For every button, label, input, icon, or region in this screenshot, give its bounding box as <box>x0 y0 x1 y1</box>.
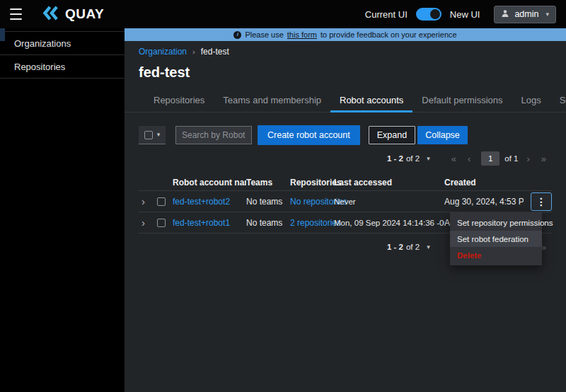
robot-accounts-table: Robot account name Teams Repositories La… <box>139 174 552 234</box>
column-header-last-accessed: Last accessed <box>334 178 444 188</box>
alert-text-suffix: to provide feedback on your experience <box>320 30 457 39</box>
alert-feedback-link[interactable]: this form <box>287 30 317 39</box>
robot-name-link[interactable]: fed-test+robot1 <box>173 218 230 228</box>
column-header-repositories: Repositories <box>290 178 334 188</box>
main-content: i Please use this form to provide feedba… <box>125 28 566 392</box>
feedback-alert: i Please use this form to provide feedba… <box>125 28 566 41</box>
caret-down-icon: ▾ <box>545 11 549 18</box>
current-ui-label: Current UI <box>365 9 408 20</box>
ui-version-toggle[interactable] <box>416 8 441 21</box>
user-name: admin <box>514 9 538 19</box>
masthead: QUAY Current UI New UI admin ▾ <box>0 0 566 28</box>
create-robot-account-button[interactable]: Create robot account <box>258 125 360 145</box>
row-expand-toggle[interactable]: › <box>139 217 148 228</box>
toggle-knob <box>430 9 440 19</box>
page-count-label: of 1 <box>504 154 518 163</box>
row-checkbox[interactable] <box>157 219 166 227</box>
toolbar: ▾ Create robot account Expand Collapse <box>139 125 552 145</box>
tab-robot-accounts[interactable]: Robot accounts <box>330 91 412 112</box>
tabs: Repositories Teams and membership Robot … <box>125 91 566 113</box>
tab-teams-and-membership[interactable]: Teams and membership <box>214 91 330 112</box>
row-checkbox[interactable] <box>157 197 166 206</box>
pagination-range-of: of 2 <box>406 154 420 163</box>
last-accessed-cell: Never <box>334 197 444 206</box>
tab-settings[interactable]: Settings <box>550 91 566 112</box>
sidebar-item-repositories[interactable]: Repositories <box>0 55 125 79</box>
first-page-button[interactable]: « <box>446 154 462 164</box>
breadcrumb: Organization › fed-test <box>139 47 552 57</box>
row-expand-toggle[interactable]: › <box>139 196 148 207</box>
tab-logs[interactable]: Logs <box>512 91 550 112</box>
teams-cell: No teams <box>246 218 290 228</box>
nav-list: Organizations Repositories <box>0 31 125 79</box>
collapse-button[interactable]: Collapse <box>417 126 468 144</box>
breadcrumb-separator-icon: › <box>192 47 195 56</box>
pagination-range: 1 - 2 <box>387 243 403 251</box>
brand-text: QUAY <box>65 6 104 22</box>
last-accessed-cell: Mon, 09 Sep 2024 14:14:36 -0000 <box>334 219 444 227</box>
tab-repositories[interactable]: Repositories <box>144 91 214 112</box>
sidebar-item-label: Repositories <box>14 62 65 72</box>
column-header-teams: Teams <box>246 178 290 188</box>
column-header-robot-account-name: Robot account name <box>173 178 246 188</box>
tab-default-permissions[interactable]: Default permissions <box>412 91 512 112</box>
column-header-created: Created <box>444 178 524 188</box>
quay-app: QUAY Current UI New UI admin ▾ Organizat… <box>0 0 566 392</box>
pagination-range-of: of 2 <box>406 243 420 251</box>
expand-button[interactable]: Expand <box>369 126 415 144</box>
created-cell: Aug 30, 2024, 4:53 PM <box>444 197 524 207</box>
sidebar-item-label: Organizations <box>14 38 71 49</box>
pagination-top: 1 - 2 of 2 ▾ « ‹ of 1 › » <box>139 151 552 166</box>
caret-down-icon: ▾ <box>427 156 430 162</box>
row-actions-context-menu: Set repository permissions Set robot fed… <box>450 212 542 265</box>
info-icon: i <box>233 31 241 39</box>
items-per-page-toggle[interactable]: 1 - 2 of 2 ▾ <box>387 154 430 163</box>
quay-logo-mark-icon <box>42 6 60 23</box>
user-icon <box>501 8 509 21</box>
robot-search-input[interactable] <box>175 126 252 144</box>
caret-down-icon: ▾ <box>427 244 430 250</box>
prev-page-button[interactable]: ‹ <box>462 154 476 164</box>
table-row-robot2: › fed-test+robot2 No teams No repositori… <box>139 191 552 212</box>
user-menu-button[interactable]: admin ▾ <box>494 6 556 23</box>
new-ui-label: New UI <box>450 9 480 20</box>
next-page-button[interactable]: › <box>521 154 535 164</box>
kebab-menu-button[interactable]: ⋮ <box>531 192 552 211</box>
robot-name-link[interactable]: fed-test+robot2 <box>173 197 230 207</box>
page-title: fed-test <box>139 64 552 81</box>
nav-accent <box>0 28 5 41</box>
bulk-select-dropdown[interactable]: ▾ <box>139 126 166 144</box>
menu-item-set-robot-federation[interactable]: Set robot federation <box>450 231 542 247</box>
quay-logo: QUAY <box>42 6 104 23</box>
pagination-range: 1 - 2 <box>387 154 403 163</box>
breadcrumb-link-organization[interactable]: Organization <box>139 47 187 57</box>
masthead-right: Current UI New UI admin ▾ <box>365 6 556 23</box>
sidebar-nav: Organizations Repositories <box>0 28 125 392</box>
alert-text-prefix: Please use <box>245 30 283 39</box>
menu-item-set-repository-permissions[interactable]: Set repository permissions <box>450 214 542 231</box>
pagination-nav: « ‹ of 1 › » <box>446 151 552 166</box>
sidebar-item-organizations[interactable]: Organizations <box>0 32 125 55</box>
select-all-checkbox[interactable] <box>144 131 153 139</box>
caret-down-icon: ▾ <box>157 132 161 138</box>
menu-item-delete[interactable]: Delete <box>450 247 542 263</box>
breadcrumb-current: fed-test <box>201 47 229 57</box>
expand-collapse-group: Expand Collapse <box>369 126 468 144</box>
table-header-row: Robot account name Teams Repositories La… <box>139 174 552 191</box>
items-per-page-toggle[interactable]: 1 - 2 of 2 ▾ <box>387 243 430 251</box>
teams-cell: No teams <box>246 197 290 207</box>
last-page-button[interactable]: » <box>536 154 552 164</box>
hamburger-menu-icon[interactable] <box>10 8 24 20</box>
current-page-input[interactable] <box>481 151 499 166</box>
